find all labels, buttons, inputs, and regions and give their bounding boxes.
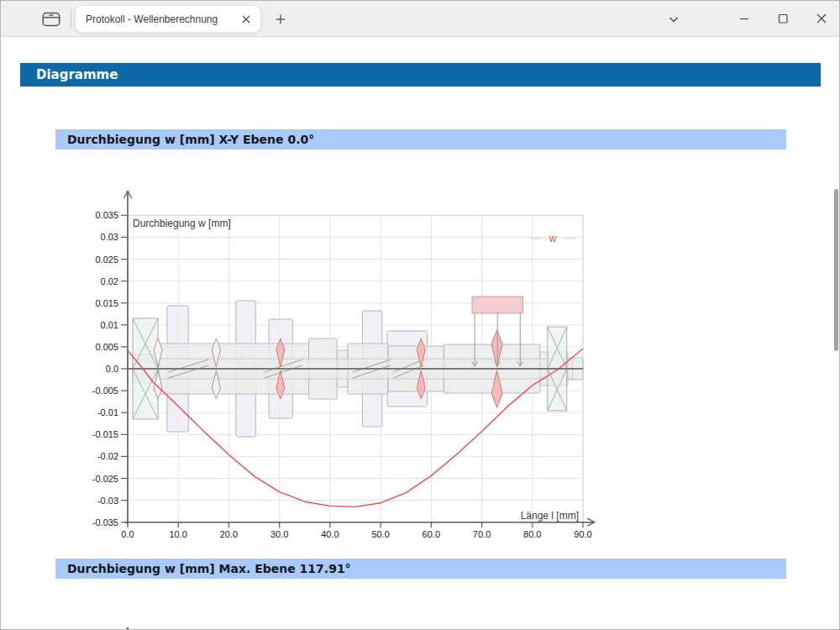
browser-titlebar: Protokoll - Wellenberechnung (1, 1, 839, 37)
svg-text:0.0: 0.0 (106, 364, 118, 374)
tab-list-button[interactable] (663, 10, 685, 29)
svg-text:0.005: 0.005 (95, 342, 118, 352)
svg-text:0.0: 0.0 (121, 529, 134, 539)
new-tab-button[interactable] (270, 9, 291, 29)
shaft-overlay (128, 297, 583, 437)
svg-text:50.0: 50.0 (371, 529, 389, 539)
svg-text:-0.015: -0.015 (92, 429, 118, 439)
svg-text:-0.01: -0.01 (97, 407, 118, 417)
svg-text:0.01: 0.01 (101, 320, 118, 330)
close-icon (242, 15, 250, 24)
svg-text:-0.025: -0.025 (92, 474, 118, 484)
legend: w (530, 233, 575, 244)
plus-icon (275, 13, 286, 25)
svg-text:0.03: 0.03 (101, 232, 118, 242)
minimize-button[interactable] (725, 1, 763, 36)
page-content: Diagramme Durchbiegung w [mm] X-Y Ebene … (1, 38, 839, 630)
svg-text:-0.03: -0.03 (97, 496, 118, 506)
tab-actions-menu-icon (42, 11, 60, 28)
svg-text:20.0: 20.0 (220, 529, 238, 539)
chart-0: 0.0350.030.0250.020.0150.010.0050.0-0.00… (92, 191, 595, 539)
svg-text:Länge l [mm]: Länge l [mm] (521, 510, 579, 522)
maximize-icon (775, 11, 790, 26)
tab-title: Protokoll - Wellenberechnung (86, 13, 239, 25)
svg-text:10.0: 10.0 (170, 529, 187, 539)
svg-text:0.035: 0.035 (95, 210, 118, 220)
svg-text:0.025: 0.025 (95, 255, 118, 265)
svg-text:90.0: 90.0 (574, 529, 591, 539)
browser-tab[interactable]: Protokoll - Wellenberechnung (75, 5, 261, 33)
tabstrip-separator (71, 10, 71, 29)
svg-text:w: w (549, 233, 557, 244)
svg-text:Durchbiegung w [mm]: Durchbiegung w [mm] (133, 218, 231, 229)
vertical-scrollbar-thumb[interactable] (834, 189, 838, 351)
tab-close-button[interactable] (239, 12, 254, 27)
svg-text:30.0: 30.0 (270, 529, 288, 539)
chevron-down-icon (667, 13, 680, 26)
tab-actions-menu-button[interactable] (39, 9, 63, 29)
browser-window: Protokoll - Wellenberechnung (0, 0, 840, 630)
svg-text:0.015: 0.015 (95, 298, 118, 308)
svg-text:-0.035: -0.035 (92, 517, 118, 528)
maximize-button[interactable] (764, 1, 801, 36)
svg-text:-0.02: -0.02 (97, 451, 118, 461)
svg-text:60.0: 60.0 (423, 529, 440, 539)
svg-text:0.02: 0.02 (101, 276, 118, 286)
close-icon (814, 11, 829, 26)
svg-text:70.0: 70.0 (473, 529, 491, 539)
window-close-button[interactable] (802, 1, 840, 36)
charts-canvas: 0.0350.030.0250.020.0150.010.0050.0-0.00… (1, 38, 840, 630)
svg-text:-0.005: -0.005 (92, 386, 118, 396)
minimize-icon (737, 11, 752, 26)
svg-text:80.0: 80.0 (523, 529, 541, 539)
svg-text:40.0: 40.0 (321, 529, 339, 539)
